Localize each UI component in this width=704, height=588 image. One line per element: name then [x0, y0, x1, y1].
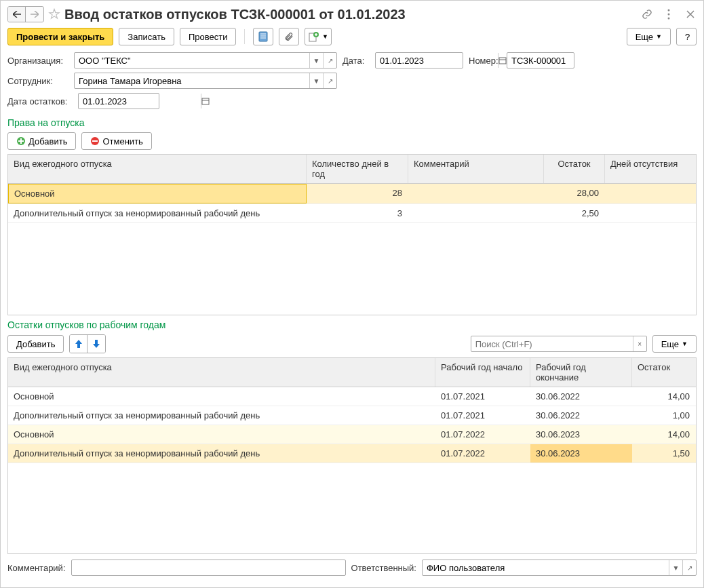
calendar-icon[interactable]: [201, 94, 210, 109]
table1-header: Вид ежегодного отпуска Количество дней в…: [8, 155, 696, 184]
attach-button[interactable]: [279, 28, 299, 45]
remdate-label: Дата остатков:: [7, 96, 73, 106]
svg-rect-11: [202, 98, 209, 104]
dropdown-icon[interactable]: ▼: [669, 560, 682, 575]
kebab-icon[interactable]: [663, 8, 675, 20]
employee-input[interactable]: [75, 73, 309, 88]
post-close-button[interactable]: Провести и закрыть: [7, 28, 113, 45]
star-icon[interactable]: [48, 8, 60, 20]
section1-title: Права на отпуска: [7, 117, 697, 128]
add-button-2[interactable]: Добавить: [7, 335, 64, 353]
comment-label: Комментарий:: [7, 563, 66, 573]
responsible-label: Ответственный:: [351, 563, 416, 573]
table2-row[interactable]: Основной 01.07.2021 30.06.2022 14,00: [8, 387, 696, 406]
open-icon[interactable]: ↗: [682, 560, 696, 575]
table1-row[interactable]: Дополнительный отпуск за ненормированный…: [8, 204, 696, 223]
open-icon[interactable]: ↗: [323, 53, 336, 68]
window-title: Ввод остатков отпусков ТСЗК-000001 от 01…: [64, 7, 637, 22]
add-button[interactable]: Добавить: [7, 132, 76, 150]
svg-rect-3: [259, 32, 267, 41]
move-up-button[interactable]: [70, 335, 87, 353]
svg-point-2: [668, 18, 670, 20]
employee-label: Сотрудник:: [7, 76, 69, 86]
link-icon[interactable]: [641, 8, 653, 20]
org-label: Организация:: [7, 56, 69, 66]
table2-row[interactable]: Основной 01.07.2022 30.06.2023 14,00: [8, 425, 696, 444]
responsible-input[interactable]: [423, 560, 669, 575]
table2-row[interactable]: Дополнительный отпуск за ненормированный…: [8, 406, 696, 425]
forward-button[interactable]: [26, 7, 43, 22]
cancel-button[interactable]: Отменить: [81, 132, 151, 150]
svg-rect-15: [92, 140, 98, 142]
write-button[interactable]: Записать: [119, 28, 174, 45]
move-down-button[interactable]: [87, 335, 105, 353]
more-button-2[interactable]: Еще ▼: [652, 335, 697, 353]
dropdown-icon[interactable]: ▼: [309, 73, 323, 88]
clear-search-icon[interactable]: ×: [633, 336, 646, 351]
svg-point-1: [668, 14, 670, 16]
date-label: Дата:: [343, 56, 370, 66]
back-button[interactable]: [8, 7, 26, 22]
number-label: Номер:: [469, 56, 501, 66]
help-button[interactable]: ?: [676, 28, 697, 45]
comment-input[interactable]: [72, 560, 345, 575]
open-icon[interactable]: ↗: [323, 73, 336, 88]
table1-row[interactable]: Основной 28 28,00: [8, 184, 696, 204]
remdate-input[interactable]: [79, 94, 201, 109]
report-button[interactable]: [253, 28, 273, 45]
svg-point-0: [668, 9, 670, 12]
number-input[interactable]: [507, 53, 629, 68]
org-input[interactable]: [75, 53, 309, 68]
more-button[interactable]: Еще ▼: [627, 28, 671, 45]
search-input[interactable]: [471, 336, 633, 351]
table2-row[interactable]: Дополнительный отпуск за ненормированный…: [8, 444, 696, 463]
post-button[interactable]: Провести: [180, 28, 237, 45]
section2-title: Остатки отпусков по рабочим годам: [7, 319, 697, 330]
dropdown-icon[interactable]: ▼: [309, 53, 323, 68]
table2-header: Вид ежегодного отпуска Рабочий год начал…: [8, 358, 696, 387]
close-icon[interactable]: [684, 8, 697, 20]
create-based-button[interactable]: ▼: [305, 28, 332, 45]
